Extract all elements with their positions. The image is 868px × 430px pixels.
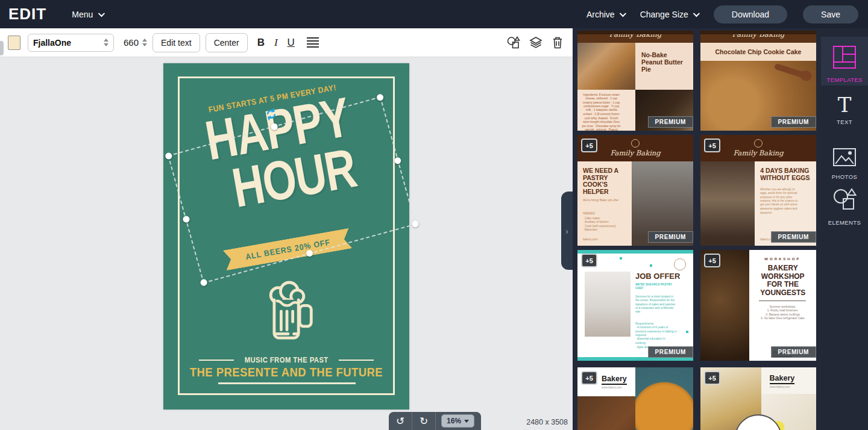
premium-badge: PREMIUM: [771, 346, 816, 358]
zoom-level-dropdown[interactable]: 16%: [441, 414, 474, 428]
panel-collapse-handle[interactable]: ›: [561, 192, 573, 270]
more-templates-badge: +5: [704, 139, 720, 152]
save-button[interactable]: Save: [803, 5, 858, 23]
selection-handle[interactable]: [394, 157, 402, 165]
redo-button[interactable]: ↻: [412, 412, 435, 430]
line-spacing-icon[interactable]: [307, 37, 319, 48]
app-logo: EDIT: [8, 5, 46, 23]
template-script-title: Family Baking: [610, 149, 660, 157]
poster-footer-large: THE PRESENTE AND THE FUTURE: [163, 365, 409, 379]
template-photo: [577, 396, 635, 430]
tab-templates[interactable]: TEMPLATES: [821, 37, 868, 86]
more-templates-badge: +5: [704, 254, 720, 267]
template-requirements: Requeriments: · A minimum of 4 years of …: [635, 322, 677, 349]
template-kicker: WORKSHOP: [764, 257, 800, 261]
poster-ribbon: ALL BEERS 20% OFF: [223, 228, 353, 270]
poster-footer-small: MUSIC FROM THE PAST: [163, 356, 409, 364]
change-size-dropdown[interactable]: Change Size: [640, 10, 698, 19]
shapes-icon[interactable]: [506, 36, 521, 50]
photos-icon: [832, 148, 857, 169]
chevron-down-icon: [98, 10, 105, 16]
align-button[interactable]: Center: [206, 33, 248, 52]
tab-text[interactable]: T TEXT: [821, 90, 868, 130]
template-photo: [635, 367, 693, 430]
chevron-down-icon: [619, 10, 626, 16]
template-card-bakery-workshop[interactable]: WORKSHOP BAKERY WORKSHOP FOR THE YOUNGES…: [700, 250, 816, 361]
template-card-peanut-pie[interactable]: Family Baking No-Bake Peanut Butter Pie …: [577, 31, 693, 131]
template-logo: Bakery: [602, 375, 627, 385]
zoom-level-value: 16%: [447, 417, 461, 425]
more-templates-badge: +5: [581, 139, 597, 152]
more-templates-badge: +5: [581, 371, 597, 385]
layers-icon[interactable]: [529, 36, 543, 50]
template-title: No-Bake Peanut Butter Pie: [635, 43, 693, 90]
text-color-swatch[interactable]: [8, 36, 20, 50]
canvas-dimensions: 2480 x 3508: [526, 418, 568, 426]
template-card-pastry-helper[interactable]: Family Baking WE NEED A PASTRY COOK'S HE…: [577, 135, 693, 246]
selection-handle[interactable]: [376, 93, 385, 102]
template-photo: [700, 161, 755, 246]
template-needed-label: NEEDED: [583, 211, 618, 215]
template-script-title: Family Baking: [700, 34, 816, 39]
template-body: Whether you are allergic to eggs, avoid …: [760, 187, 801, 214]
left-panel-handle[interactable]: [0, 41, 4, 55]
font-family-value: FjallaOne: [33, 38, 104, 48]
template-script-title: Family Baking: [733, 149, 783, 157]
edit-text-button[interactable]: Edit text: [153, 33, 200, 52]
beer-mug-icon: [258, 278, 316, 347]
template-url: www.bakery.com: [770, 385, 805, 388]
archive-dropdown[interactable]: Archive: [587, 10, 624, 19]
template-card-cookie-cake[interactable]: Family Baking Chocolate Chip Cookie Cake…: [700, 31, 816, 131]
templates-grid-icon: [832, 45, 857, 72]
selection-handle[interactable]: [200, 278, 208, 287]
change-size-label: Change Size: [640, 10, 688, 19]
archive-label: Archive: [587, 10, 615, 19]
premium-badge: PREMIUM: [771, 231, 816, 243]
workspace: FUN STARTS AT 5 PM EVERY DAY! HAPPY HOUR…: [0, 57, 573, 430]
selection-handle[interactable]: [411, 220, 420, 228]
more-templates-badge: +5: [581, 254, 597, 267]
poster-title-group: FUN STARTS AT 5 PM EVERY DAY! HAPPY HOUR: [170, 75, 391, 222]
undo-button[interactable]: ↺: [389, 412, 412, 430]
template-script-title: Family Baking: [577, 34, 693, 39]
template-card-baking-without-eggs[interactable]: Family Baking 4 DAYS BAKING WITHOUT EGGS…: [700, 135, 816, 246]
template-subtitle: We're hiring! Baker job offer: [583, 198, 618, 202]
template-footer: send your cv : bakery@mail.com: [635, 358, 677, 361]
menu-label: Menu: [72, 10, 93, 19]
premium-badge: PREMIUM: [648, 231, 693, 243]
poster-footer-small-text: MUSIC FROM THE PAST: [245, 356, 329, 364]
tab-elements[interactable]: ELEMENTS: [821, 180, 868, 226]
font-family-select[interactable]: FjallaOne: [28, 34, 114, 52]
font-size-stepper[interactable]: 660: [124, 37, 147, 48]
right-tab-bar: TEMPLATES T TEXT PHOTOS ELEMENTS: [821, 28, 868, 430]
template-card-bakery-cakes[interactable]: Bakery www.bakery.com +5: [577, 367, 693, 430]
premium-badge: PREMIUM: [648, 346, 693, 358]
template-subtitle: WE'RE SHEARCH PASTRY CHEF: [635, 282, 677, 290]
template-card-job-offer[interactable]: JOB OFFER WE'RE SHEARCH PASTRY CHEF Serv…: [577, 250, 693, 361]
text-icon: T: [838, 95, 852, 114]
trash-icon[interactable]: [551, 36, 564, 49]
template-photo: [585, 272, 631, 337]
chevron-down-icon: [464, 420, 469, 423]
underline-button[interactable]: U: [288, 37, 295, 49]
template-card-share-and-enjoy[interactable]: Bakery www.bakery.com SHARE AND ENJOY IN…: [700, 367, 816, 430]
download-button[interactable]: Download: [714, 5, 787, 23]
template-title: JOB OFFER: [635, 272, 687, 281]
templates-panel: Family Baking No-Bake Peanut Butter Pie …: [573, 28, 821, 430]
bold-button[interactable]: B: [257, 37, 265, 49]
template-needed-list: · Cake maker · Auxiliary of kitchen · Co…: [583, 216, 618, 232]
tab-photos[interactable]: PHOTOS: [821, 139, 868, 179]
template-url: www.bakery.com: [602, 386, 627, 389]
template-title: BAKERY WORKSHOP FOR THE YOUNGESTS: [756, 264, 809, 297]
design-canvas[interactable]: FUN STARTS AT 5 PM EVERY DAY! HAPPY HOUR…: [163, 63, 409, 410]
bakery-stamp-icon: [674, 258, 686, 270]
menu-button[interactable]: Menu: [72, 10, 103, 19]
template-url: bakery.com: [583, 237, 618, 241]
format-toolbar: FjallaOne 660 Edit text Center B I U: [0, 28, 573, 57]
top-bar: EDIT Menu Archive Change Size Download S…: [0, 0, 868, 28]
premium-badge: PREMIUM: [648, 116, 693, 128]
font-stepper-icon: [104, 39, 108, 46]
template-title: Chocolate Chip Cookie Cake: [700, 43, 816, 61]
italic-button[interactable]: I: [274, 37, 278, 49]
selection-handle[interactable]: [165, 152, 173, 160]
